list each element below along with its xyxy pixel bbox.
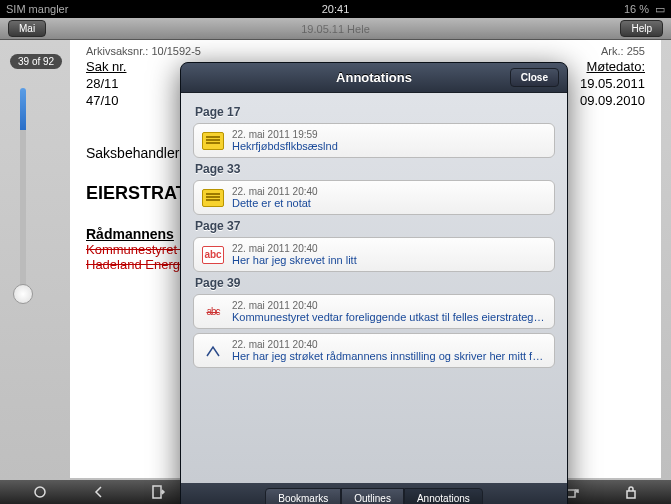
tab-annotations[interactable]: Annotations <box>404 488 483 505</box>
tab-outlines[interactable]: Outlines <box>341 488 404 505</box>
annotation-text: Her har jeg strøket rådmannens innstilli… <box>232 350 546 362</box>
annotation-group-header: Page 17 <box>195 105 555 119</box>
navigation-bar: Mai 19.05.11 Hele Help <box>0 18 671 40</box>
annotation-group-header: Page 39 <box>195 276 555 290</box>
popover-title: Annotations <box>336 70 412 85</box>
annotations-popover: Annotations Close Page 1722. mai 2011 19… <box>180 62 568 504</box>
page-indicator: 39 of 92 <box>10 54 62 69</box>
prev-page-icon[interactable] <box>84 484 114 500</box>
note-icon <box>202 132 224 150</box>
annotation-date: 22. mai 2011 20:40 <box>232 300 546 311</box>
annotation-item[interactable]: abc22. mai 2011 20:40Kommunestyret vedta… <box>193 294 555 329</box>
annotation-group-header: Page 37 <box>195 219 555 233</box>
status-bar: SIM mangler 20:41 16 % ▭ <box>0 0 671 18</box>
battery-icon: ▭ <box>655 3 665 16</box>
goto-page-icon[interactable] <box>143 484 173 500</box>
annotation-text: Dette er et notat <box>232 197 546 209</box>
text-annotation-icon: abc <box>202 246 224 264</box>
sak-header: Sak nr. <box>86 59 126 74</box>
date-value: 19.05.2011 <box>580 76 645 91</box>
svg-rect-10 <box>627 491 635 498</box>
svg-point-0 <box>35 487 45 497</box>
date-value: 09.09.2010 <box>580 93 645 108</box>
annotation-item[interactable]: 22. mai 2011 19:59Hekrfjøbdsflkbsæslnd <box>193 123 555 158</box>
caret-icon <box>202 342 224 360</box>
arkiv-right: Ark.: 255 <box>601 45 645 57</box>
svg-rect-9 <box>567 490 575 497</box>
annotation-text: Kommunestyret vedtar foreliggende utkast… <box>232 311 546 323</box>
popover-header: Annotations Close <box>181 63 567 93</box>
annotations-list[interactable]: Page 1722. mai 2011 19:59Hekrfjøbdsflkbs… <box>181 93 567 483</box>
annotation-group-header: Page 33 <box>195 162 555 176</box>
page-slider-thumb[interactable] <box>13 284 33 304</box>
annotation-text: Hekrfjøbdsflkbsæslnd <box>232 140 546 152</box>
lock-icon[interactable] <box>616 484 646 500</box>
annotation-date: 22. mai 2011 19:59 <box>232 129 546 140</box>
note-icon <box>202 189 224 207</box>
carrier-text: SIM mangler <box>6 3 68 15</box>
sak-value: 28/11 <box>86 76 119 91</box>
sak-value: 47/10 <box>86 93 119 108</box>
tab-bookmarks[interactable]: Bookmarks <box>265 488 341 505</box>
svg-rect-1 <box>153 486 161 498</box>
nav-title: 19.05.11 Hele <box>301 23 370 35</box>
help-button[interactable]: Help <box>620 20 663 37</box>
annotation-date: 22. mai 2011 20:40 <box>232 243 546 254</box>
annotation-item[interactable]: 22. mai 2011 20:40Her har jeg strøket rå… <box>193 333 555 368</box>
annotation-date: 22. mai 2011 20:40 <box>232 339 546 350</box>
battery-text: 16 % <box>624 3 649 16</box>
annotation-item[interactable]: abc22. mai 2011 20:40Her har jeg skrevet… <box>193 237 555 272</box>
strikethrough-icon: abc <box>202 303 224 321</box>
arkiv-left: Arkivsaksnr.: 10/1592-5 <box>86 45 201 57</box>
annotation-text: Her har jeg skrevet inn litt <box>232 254 546 266</box>
close-button[interactable]: Close <box>510 68 559 87</box>
brightness-icon[interactable] <box>25 484 55 500</box>
popover-tabs: Bookmarks Outlines Annotations <box>181 483 567 504</box>
back-button[interactable]: Mai <box>8 20 46 37</box>
page-slider-track[interactable] <box>20 88 26 298</box>
motedato-header: Møtedato: <box>586 59 645 74</box>
annotation-item[interactable]: 22. mai 2011 20:40Dette er et notat <box>193 180 555 215</box>
annotation-date: 22. mai 2011 20:40 <box>232 186 546 197</box>
clock: 20:41 <box>322 3 350 15</box>
document-viewer[interactable]: 39 of 92 Arkivsaksnr.: 10/1592-5 Ark.: 2… <box>0 40 671 480</box>
